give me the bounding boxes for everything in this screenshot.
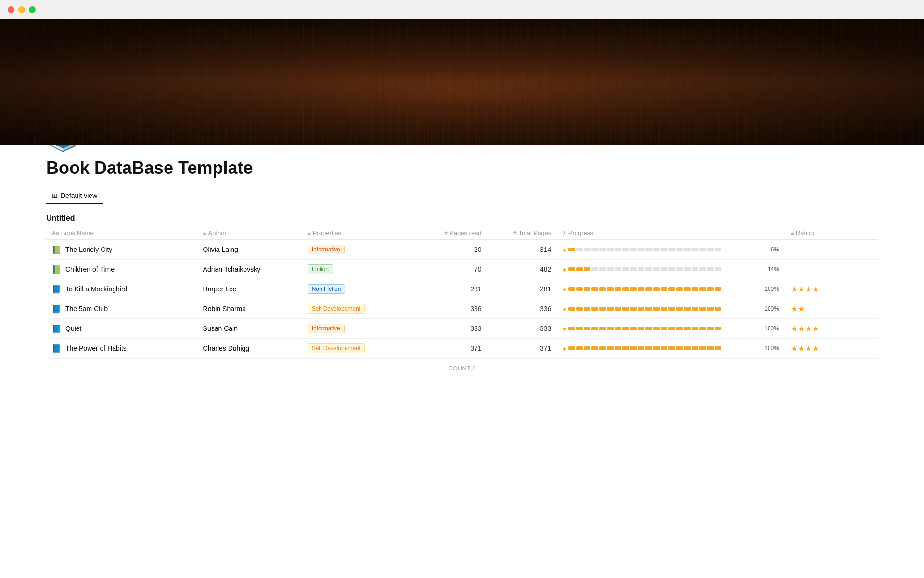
progress-segment [599, 327, 606, 330]
progress-segment [676, 346, 683, 350]
progress-segment [692, 248, 698, 251]
maximize-dot[interactable] [29, 6, 36, 13]
progress-segment [622, 287, 629, 291]
progress-segment [607, 267, 614, 271]
cell-name[interactable]: 📘 Quiet [46, 319, 197, 339]
cell-name[interactable]: 📘 The 5am Club [46, 299, 197, 319]
cell-name[interactable]: 📗 Children of Time [46, 260, 197, 279]
progress-bar [568, 267, 764, 271]
progress-segment [692, 267, 698, 271]
progress-segment [707, 327, 714, 330]
progress-segment [715, 267, 721, 271]
progress-segment [668, 267, 675, 271]
property-badge[interactable]: Self Developement [308, 343, 365, 353]
progress-segment [591, 248, 598, 251]
table-row[interactable]: 📘 Quiet Susan Cain Informative 333 333 ◆… [46, 319, 878, 339]
property-badge[interactable]: Self Developement [308, 304, 365, 314]
property-badge[interactable]: Informative [308, 245, 345, 254]
progress-segment [638, 307, 644, 311]
progress-segment [661, 267, 667, 271]
progress-segment [607, 346, 614, 350]
col-header-progress[interactable]: ΣProgress [557, 226, 785, 240]
progress-segment [568, 287, 575, 291]
cell-name[interactable]: 📘 The Power of Habits [46, 339, 197, 358]
progress-bar [568, 327, 760, 330]
cell-pages-read: 336 [418, 299, 488, 319]
progress-segment [630, 287, 637, 291]
book-title: The Power of Habits [65, 344, 127, 352]
progress-segment [707, 267, 714, 271]
cell-property: Self Developement [302, 339, 418, 358]
progress-segment [591, 267, 598, 271]
cell-author: Olivia Laing [197, 240, 302, 260]
table-footer: COUNT 6 [46, 358, 878, 378]
progress-segment [622, 267, 629, 271]
col-header-author[interactable]: ≡Author [197, 226, 302, 240]
table-row[interactable]: 📘 To Kill a Mockingbird Harper Lee Non F… [46, 279, 878, 299]
cell-name[interactable]: 📗 The Lonely City [46, 240, 197, 260]
progress-segment [599, 248, 606, 251]
table-row[interactable]: 📘 The 5am Club Robin Sharma Self Develop… [46, 299, 878, 319]
progress-segment [692, 346, 698, 350]
rating-stars: ★★★★ [791, 344, 820, 353]
progress-segment [668, 307, 675, 311]
progress-segment [676, 307, 683, 311]
cell-total-pages: 314 [488, 240, 557, 260]
property-badge[interactable]: Fiction [308, 264, 333, 274]
progress-segment [661, 327, 667, 330]
progress-segment [584, 327, 590, 330]
cell-rating [785, 260, 878, 279]
progress-segment [584, 287, 590, 291]
cell-name[interactable]: 📘 To Kill a Mockingbird [46, 279, 197, 299]
progress-segment [699, 307, 706, 311]
cell-rating: ★★★★ [785, 339, 878, 358]
close-dot[interactable] [8, 6, 14, 13]
cell-property: Informative [302, 240, 418, 260]
progress-segment [684, 307, 691, 311]
progress-segment [653, 346, 660, 350]
progress-segment [584, 346, 590, 350]
minimize-dot[interactable] [18, 6, 25, 13]
cell-total-pages: 336 [488, 299, 557, 319]
progress-diamond-icon: ◆ [563, 306, 566, 312]
progress-segment [707, 248, 714, 251]
col-header-properties[interactable]: ≡Properties [302, 226, 418, 240]
col-header-pages-read[interactable]: #Pages read [418, 226, 488, 240]
progress-bar [568, 307, 760, 311]
progress-segment [653, 307, 660, 311]
progress-segment [622, 327, 629, 330]
progress-diamond-icon: ◆ [563, 346, 566, 351]
book-title: Children of Time [65, 265, 115, 273]
col-header-name[interactable]: AaBook Name [46, 226, 197, 240]
progress-segment [676, 248, 683, 251]
progress-segment [676, 287, 683, 291]
col-header-total-pages[interactable]: #Total Pages [488, 226, 557, 240]
cell-author: Susan Cain [197, 319, 302, 339]
property-badge[interactable]: Informative [308, 324, 345, 333]
table-row[interactable]: 📗 The Lonely City Olivia Laing Informati… [46, 240, 878, 260]
property-badge[interactable]: Non Fiction [308, 284, 346, 294]
progress-pct-label: 14% [768, 266, 779, 273]
col-header-rating[interactable]: ≡Rating [785, 226, 878, 240]
table-row[interactable]: 📗 Children of Time Adrian Tchaikovsky Fi… [46, 260, 878, 279]
book-emoji: 📘 [52, 304, 62, 314]
progress-segment [576, 267, 583, 271]
progress-segment [715, 248, 721, 251]
cell-author: Charles Duhigg [197, 339, 302, 358]
progress-segment [607, 307, 614, 311]
page-title: Book DataBase Template [46, 158, 878, 178]
progress-segment [607, 287, 614, 291]
count-value: 6 [472, 365, 475, 372]
progress-diamond-icon: ◆ [563, 247, 566, 252]
progress-segment [699, 327, 706, 330]
table-row[interactable]: 📘 The Power of Habits Charles Duhigg Sel… [46, 339, 878, 358]
progress-segment [576, 327, 583, 330]
cell-progress: ◆ 100% [557, 279, 785, 299]
progress-segment [668, 287, 675, 291]
progress-segment [638, 248, 644, 251]
progress-segment [699, 346, 706, 350]
rating-stars: ★★★★ [791, 325, 820, 333]
progress-segment [707, 287, 714, 291]
progress-segment [599, 307, 606, 311]
tab-default-view[interactable]: ⊞ Default view [46, 188, 103, 204]
